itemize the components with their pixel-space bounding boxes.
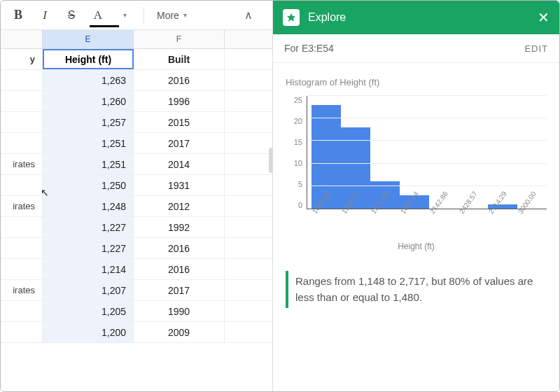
explore-title: Explore [308, 11, 346, 24]
cell-country[interactable] [1, 301, 43, 321]
cell-height[interactable]: 1,200 [43, 322, 134, 342]
table-row: 1,2051990 [1, 301, 274, 322]
cell-country[interactable] [1, 217, 43, 237]
table-row: 1,2601996 [1, 91, 274, 112]
cell-built[interactable]: 2016 [134, 70, 225, 90]
chart-title: Histogram of Height (ft) [286, 77, 547, 88]
cell-blank[interactable] [225, 154, 274, 174]
table-header-built[interactable]: Built [134, 49, 225, 69]
table-row: 1,2632016 [1, 70, 274, 91]
cell-built[interactable]: 2017 [134, 133, 225, 153]
chart-plot-area [307, 96, 547, 209]
chart-x-axis: 1000.001285.711571.431857.142142.862428.… [307, 209, 547, 237]
cell-built[interactable]: 2015 [134, 112, 225, 132]
text-color-button[interactable]: A [88, 5, 108, 26]
selected-cell-header[interactable]: Height (ft) [43, 49, 134, 69]
table-row: 1,2142016 [1, 259, 274, 280]
table-row: 1,2501931 [1, 175, 274, 196]
cell-country[interactable] [1, 322, 43, 342]
italic-button[interactable]: I [34, 5, 55, 26]
toolbar-divider [144, 8, 144, 23]
cell-height[interactable]: 1,260 [43, 91, 134, 111]
cell-built[interactable]: 2016 [134, 238, 225, 258]
cell-country[interactable]: irates [1, 154, 43, 174]
cell-blank[interactable] [225, 259, 274, 279]
table-header-blank[interactable] [225, 49, 274, 69]
column-header-row: E F [1, 30, 274, 49]
y-tick: 20 [286, 117, 302, 125]
cell-built[interactable]: 1990 [134, 301, 225, 321]
cell-built[interactable]: 1992 [134, 217, 225, 237]
cell-blank[interactable] [225, 217, 274, 237]
column-header-next[interactable] [225, 30, 274, 48]
cell-blank[interactable] [225, 322, 274, 342]
cell-blank[interactable] [225, 280, 274, 300]
chart-x-label: Height (ft) [286, 241, 547, 251]
cell-country[interactable] [1, 91, 43, 111]
column-header-blank[interactable] [1, 30, 43, 48]
cell-height[interactable]: 1,251 [43, 154, 134, 174]
close-icon[interactable]: ✕ [538, 9, 550, 26]
cell-blank[interactable] [225, 175, 274, 195]
cell-blank[interactable] [225, 196, 274, 216]
cell-height[interactable]: 1,214 [43, 259, 134, 279]
table-row: 1,2272016 [1, 238, 274, 259]
table-row: 1,2512017 [1, 133, 274, 154]
text-color-dropdown[interactable]: ▾ [114, 5, 135, 26]
cell-height[interactable]: 1,227 [43, 238, 134, 258]
cell-height[interactable]: 1,205 [43, 301, 134, 321]
cell-blank[interactable] [225, 91, 274, 111]
cell-built[interactable]: 1931 [134, 175, 225, 195]
cell-country[interactable] [1, 259, 43, 279]
cell-country[interactable] [1, 133, 43, 153]
cell-country[interactable]: irates [1, 280, 43, 300]
cell-built[interactable]: 2009 [134, 322, 225, 342]
cell-country[interactable] [1, 238, 43, 258]
cell-height[interactable]: 1,251 [43, 133, 134, 153]
table-row: irates1,2072017 [1, 280, 274, 301]
y-tick: 10 [286, 159, 302, 167]
explore-range-label: For E3:E54 [284, 43, 334, 54]
table-row: 1,2572015 [1, 112, 274, 133]
edit-range-button[interactable]: EDIT [524, 43, 548, 54]
cell-height[interactable]: 1,263 [43, 70, 134, 90]
cell-blank[interactable] [225, 70, 274, 90]
bold-button[interactable]: B [8, 5, 29, 26]
cell-blank[interactable] [225, 112, 274, 132]
y-tick: 15 [286, 138, 302, 146]
column-header-f[interactable]: F [134, 30, 225, 48]
more-menu[interactable]: More ▾ [153, 7, 191, 24]
cell-blank[interactable] [225, 238, 274, 258]
cell-country[interactable]: irates [1, 196, 43, 216]
chevron-down-icon: ▾ [183, 11, 187, 19]
chart-y-axis: 2520151050 [286, 96, 302, 209]
cell-built[interactable]: 1996 [134, 91, 225, 111]
table-row: irates1,2482012 [1, 196, 274, 217]
explore-icon [283, 9, 300, 26]
cell-height[interactable]: 1,227 [43, 217, 134, 237]
chart-card[interactable]: Histogram of Height (ft) 2520151050 1000… [273, 63, 559, 258]
column-header-e[interactable]: E [43, 30, 134, 48]
cell-blank[interactable] [225, 301, 274, 321]
cell-country[interactable] [1, 70, 43, 90]
cell-height[interactable]: 1,248 [43, 196, 134, 216]
cell-built[interactable]: 2016 [134, 259, 225, 279]
cell-country[interactable] [1, 112, 43, 132]
cell-blank[interactable] [225, 133, 274, 153]
collapse-toolbar-button[interactable]: ∧ [239, 6, 258, 24]
table-header-left[interactable]: y [1, 49, 43, 69]
cell-built[interactable]: 2014 [134, 154, 225, 174]
table-header-row: yHeight (ft)Built [1, 49, 274, 70]
cell-built[interactable]: 2012 [134, 196, 225, 216]
text-color-underline [90, 25, 119, 27]
cell-height[interactable]: 1,250 [43, 175, 134, 195]
table-row: 1,2271992 [1, 217, 274, 238]
spreadsheet-grid[interactable]: E F yHeight (ft)Built1,26320161,26019961… [1, 30, 274, 391]
cell-height[interactable]: 1,257 [43, 112, 134, 132]
y-tick: 5 [286, 180, 302, 188]
chart-insight-text: Ranges from 1,148 to 2,717, but 80% of v… [286, 271, 547, 308]
cell-built[interactable]: 2017 [134, 280, 225, 300]
cell-country[interactable] [1, 175, 43, 195]
strikethrough-button[interactable]: S [61, 5, 82, 26]
cell-height[interactable]: 1,207 [43, 280, 134, 300]
